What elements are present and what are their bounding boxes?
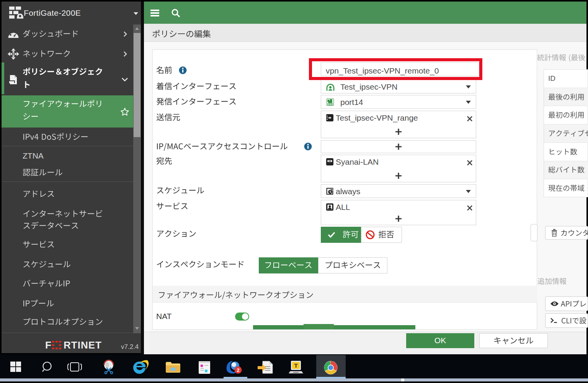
svg-text:T: T bbox=[294, 362, 297, 369]
svg-text:2: 2 bbox=[237, 367, 239, 373]
